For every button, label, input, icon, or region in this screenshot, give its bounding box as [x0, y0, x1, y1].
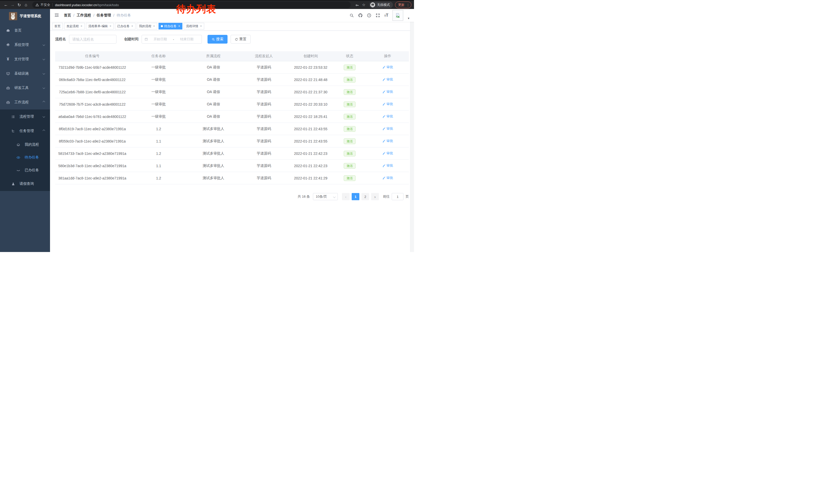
approve-link[interactable]: 审批	[382, 139, 393, 143]
process-name-label: 流程名	[55, 37, 66, 42]
sidebar-item-system[interactable]: 系统管理	[0, 38, 50, 52]
sidebar-item-dev-tools[interactable]: 研发工具	[0, 81, 50, 95]
logo-image	[9, 12, 17, 20]
starter-cell: 芋道源码	[239, 110, 289, 123]
home-icon[interactable]: ⌂	[23, 3, 29, 7]
address-bar[interactable]: 不安全 dashboard.yudao.iocoder.cn /bpm/task…	[32, 2, 350, 8]
approve-link[interactable]: 审批	[382, 176, 393, 180]
sidebar-item-workflow[interactable]: 工作流程	[0, 95, 50, 109]
github-icon[interactable]	[358, 13, 363, 18]
date-range-picker[interactable]: 开始日期 - 结束日期	[141, 35, 202, 44]
task-name-cell: 一级审批	[129, 61, 188, 74]
sidebar-item-process-management[interactable]: 流程管理	[0, 109, 50, 124]
process-cell: 测试多审批人	[188, 135, 239, 147]
page-button-2[interactable]: 2	[362, 193, 369, 200]
edit-pen-icon	[382, 152, 385, 155]
approve-link[interactable]: 审批	[382, 114, 393, 119]
starter-cell: 芋道源码	[239, 135, 289, 147]
sidebar-item-leave-query[interactable]: 请假查询	[0, 177, 50, 191]
tab-todo-tasks[interactable]: 待办任务	[159, 23, 182, 30]
back-icon[interactable]: ←	[3, 3, 9, 7]
sidebar-collapse-icon[interactable]	[54, 12, 60, 18]
next-page-button[interactable]: ›	[371, 193, 379, 200]
process-cell: 测试多审批人	[188, 172, 239, 184]
starter-cell: 芋道源码	[239, 61, 289, 74]
sidebar-item-task-management[interactable]: 任务管理	[0, 124, 50, 138]
search-button-label: 搜索	[216, 37, 223, 42]
process-name-input[interactable]	[69, 35, 117, 44]
approve-label: 审批	[386, 126, 393, 131]
avatar[interactable]	[392, 10, 403, 21]
bookmark-star-icon[interactable]: ☆	[360, 3, 367, 7]
sidebar-item-my-process[interactable]: 我的流程	[0, 138, 50, 151]
password-key-icon[interactable]	[354, 3, 360, 7]
prev-page-button[interactable]: ‹	[342, 193, 349, 200]
tab-form-edit[interactable]: 流程表单-编辑	[86, 23, 114, 30]
page-button-1[interactable]: 1	[352, 193, 359, 200]
breadcrumb-current: 待办任务	[117, 13, 131, 18]
fullscreen-icon[interactable]	[376, 13, 380, 18]
breadcrumb-home[interactable]: 首页	[64, 13, 71, 18]
sidebar-item-todo-tasks[interactable]: 待办任务	[0, 151, 50, 164]
reset-button[interactable]: 重置	[231, 35, 251, 44]
tab-label: 首页	[54, 24, 60, 29]
sidebar-item-label: 首页	[14, 28, 22, 33]
time-cell: 2022-01-22 18:25:41	[289, 110, 333, 123]
sidebar-item-label: 请假查询	[19, 182, 34, 186]
sidebar-item-done-tasks[interactable]: 已办任务	[0, 164, 50, 177]
goto-page-input[interactable]	[392, 193, 404, 200]
tab-start-process[interactable]: 发起流程	[64, 23, 85, 30]
font-size-icon[interactable]: TT	[384, 13, 388, 17]
approve-link[interactable]: 审批	[382, 163, 393, 168]
task-id-cell: 725a1eb6-7b88-11ec-8ef0-acde48001122	[55, 86, 129, 98]
breadcrumb-workflow[interactable]: 工作流程	[77, 13, 91, 18]
reload-icon[interactable]: ↻	[16, 3, 23, 7]
approve-link[interactable]: 审批	[382, 77, 393, 82]
approve-link[interactable]: 审批	[382, 89, 393, 94]
time-cell: 2022-01-22 20:33:10	[289, 98, 333, 110]
breadcrumb-task-management[interactable]: 任务管理	[97, 13, 111, 18]
breadcrumb-separator: /	[93, 13, 94, 17]
starter-cell: 芋道源码	[239, 147, 289, 160]
tab-close-icon[interactable]	[81, 25, 82, 28]
page-size-select[interactable]: 10条/页	[313, 193, 338, 200]
tab-close-icon[interactable]	[131, 25, 133, 28]
tab-process-detail[interactable]: 流程详情	[184, 23, 204, 30]
search-button[interactable]: 搜索	[208, 35, 227, 44]
tab-close-icon[interactable]	[200, 25, 202, 28]
table-row: 75d72608-7b7f-11ec-a3c8-acde48001122 一级审…	[55, 98, 409, 110]
approve-link[interactable]: 审批	[382, 65, 393, 70]
edit-pen-icon	[382, 65, 385, 69]
browser-update-button[interactable]: 更新 ⋮	[395, 2, 411, 8]
sidebar-item-home[interactable]: 首页	[0, 23, 50, 38]
starter-cell: 芋道源码	[239, 74, 289, 86]
browser-menu-icon[interactable]: ⋮	[406, 3, 410, 7]
tab-home[interactable]: 首页	[52, 23, 63, 30]
avatar-dropdown-caret[interactable]: ▼	[407, 17, 410, 20]
sidebar-item-payment[interactable]: ¥ 支付管理	[0, 52, 50, 66]
tab-close-icon[interactable]	[178, 25, 180, 28]
pagination: 共 16 条 10条/页 ‹ 1 2 › 前往 页	[55, 193, 409, 200]
task-name-cell: 1.2	[129, 123, 188, 135]
tab-close-icon[interactable]	[153, 25, 155, 28]
table-row: 069c6a63-7b8a-11ec-8ef0-acde48001122 一级审…	[55, 74, 409, 86]
url-path: /bpm/task/todo	[97, 3, 119, 7]
page-scrollbar[interactable]	[410, 9, 414, 252]
incognito-badge: 无痕模式	[369, 2, 393, 8]
screen: ← → ↻ ⌂ 不安全 dashboard.yudao.iocoder.cn /…	[0, 0, 414, 252]
table-row: 725a1eb6-7b88-11ec-8ef0-acde48001122 一级审…	[55, 86, 409, 98]
forward-icon[interactable]: →	[9, 3, 16, 7]
approve-link[interactable]: 审批	[382, 151, 393, 155]
date-range-separator: -	[172, 37, 174, 41]
sidebar-item-infrastructure[interactable]: 基础设施	[0, 66, 50, 81]
tab-close-icon[interactable]	[110, 25, 111, 28]
status-badge: 激活	[344, 101, 356, 107]
process-cell: 测试多审批人	[188, 123, 239, 135]
tab-my-process[interactable]: 我的流程	[137, 23, 157, 30]
search-icon[interactable]	[349, 13, 354, 18]
help-icon[interactable]: ?	[367, 13, 371, 18]
approve-link[interactable]: 审批	[382, 102, 393, 106]
tab-label: 已办任务	[117, 24, 129, 29]
tab-done-tasks[interactable]: 已办任务	[115, 23, 135, 30]
approve-link[interactable]: 审批	[382, 126, 393, 131]
